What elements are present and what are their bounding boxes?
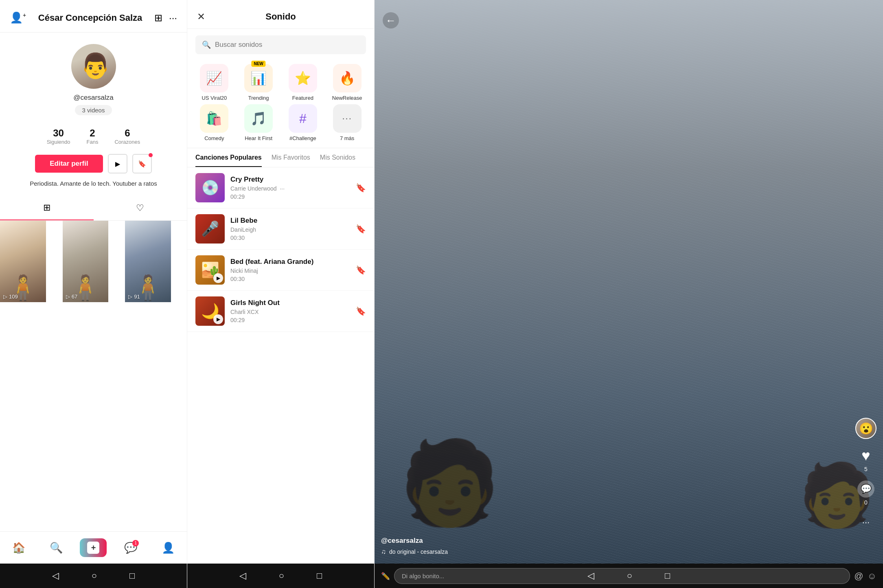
- song-item-bed[interactable]: 🏜️ ▶ Bed (feat. Ariana Grande) Nicki Min…: [187, 250, 374, 291]
- video-background: 🧑 🧑: [375, 0, 883, 564]
- android-nav-sound: ◁ ○ □: [187, 564, 374, 588]
- hearts-count: 6: [125, 127, 130, 139]
- song-duration-bed: 00:30: [230, 276, 350, 282]
- creator-avatar[interactable]: 😮: [855, 418, 876, 439]
- nav-search[interactable]: 🔍: [37, 536, 75, 559]
- comment-icon: 💬: [857, 480, 874, 498]
- category-comedy[interactable]: 🛍️ Comedy: [194, 104, 235, 141]
- notification-dot: [149, 153, 153, 157]
- song-info-girls-night-out: Girls Night Out Charli XCX 00:29: [230, 299, 350, 323]
- video-thumb-1[interactable]: 🧍 ▷ 109: [0, 221, 46, 302]
- play-icon-bed: ▶: [213, 273, 223, 283]
- category-challenge[interactable]: # #Challenge: [283, 104, 324, 141]
- song-info-lil-bebe: Lil Bebe DaniLeigh 00:30: [230, 217, 350, 241]
- search-icon: 🔍: [50, 542, 63, 554]
- bookmark-button[interactable]: 🔖: [132, 154, 152, 173]
- bookmark-lil-bebe[interactable]: 🔖: [356, 224, 366, 234]
- back-button[interactable]: ←: [383, 12, 399, 29]
- category-hear-it-first[interactable]: 🎵 Hear It First: [238, 104, 279, 141]
- song-duration-girls-night-out: 00:29: [230, 317, 350, 323]
- song-info-cry-pretty: Cry Pretty Carrie Underwood ··· 00:29: [230, 176, 350, 200]
- nav-inbox[interactable]: 💬1: [112, 536, 149, 559]
- bookmark-girls-night-out[interactable]: 🔖: [356, 306, 366, 316]
- tab-liked[interactable]: ♡: [94, 196, 187, 220]
- bookmark-icon: 🔖: [138, 160, 146, 168]
- comment-button[interactable]: 💬 0: [857, 480, 874, 506]
- video-panel: 🧑 🧑 ← 😮 ♥ 5 💬 0 ··· @cesarsalza ♫ do ori…: [375, 0, 883, 588]
- android-square[interactable]: □: [129, 570, 135, 581]
- category-trending[interactable]: 📊 NEW Trending: [238, 64, 279, 101]
- sound-title: Sonido: [265, 11, 296, 22]
- profile-header: 👤+ César Concepción Salza ⊞ ···: [0, 0, 187, 33]
- avatar-icon: 😮: [859, 422, 873, 435]
- android-back-sound[interactable]: ◁: [239, 570, 246, 581]
- song-item-lil-bebe[interactable]: 🎤 Lil Bebe DaniLeigh 00:30 🔖: [187, 208, 374, 250]
- category-more[interactable]: ··· 7 más: [326, 104, 368, 141]
- video-username: @cesarsalza: [381, 537, 448, 545]
- hearts-stat[interactable]: 6 Corazones: [114, 127, 140, 145]
- video-info: @cesarsalza ♫ do original - cesarsalza: [381, 537, 448, 555]
- android-back[interactable]: ◁: [52, 570, 59, 581]
- fans-label: Fans: [87, 139, 99, 145]
- profile-panel: 👤+ César Concepción Salza ⊞ ··· @cesarsa…: [0, 0, 187, 588]
- song-name-bed: Bed (feat. Ariana Grande): [230, 258, 350, 266]
- song-art-bed: 🏜️ ▶: [195, 255, 225, 285]
- video-grid: 🧍 ▷ 109 🧍 ▷ 67 🧍 ▷ 91: [0, 221, 187, 532]
- at-icon[interactable]: @: [854, 571, 863, 581]
- comment-input[interactable]: Di algo bonito...: [394, 568, 850, 584]
- android-home-sound[interactable]: ○: [279, 570, 284, 581]
- video-top-bar: ←: [375, 0, 883, 29]
- close-button[interactable]: ✕: [197, 11, 205, 22]
- video-count-3: ▷ 91: [128, 294, 140, 300]
- more-icon: ···: [862, 517, 870, 528]
- hear-it-first-icon: 🎵: [244, 104, 273, 133]
- nav-home[interactable]: 🏠: [0, 536, 37, 559]
- song-artist-cry-pretty: Carrie Underwood ···: [230, 185, 350, 192]
- video-thumb-2[interactable]: 🧍 ▷ 67: [63, 221, 109, 302]
- create-button[interactable]: +: [80, 538, 107, 557]
- music-info[interactable]: ♫ do original - cesarsalza: [381, 548, 448, 555]
- trending-icon: 📊: [244, 64, 273, 92]
- tab-favorites[interactable]: Mis Favoritos: [272, 154, 310, 167]
- edit-profile-button[interactable]: Editar perfil: [35, 155, 103, 173]
- emoji-icon[interactable]: ☺: [868, 571, 876, 581]
- youtube-button[interactable]: ▶: [108, 154, 127, 173]
- youtube-icon: ▶: [115, 160, 120, 168]
- nav-create[interactable]: +: [75, 536, 112, 559]
- bookmark-cry-pretty[interactable]: 🔖: [356, 183, 366, 193]
- more-icon[interactable]: ···: [169, 12, 177, 24]
- header-icons: ⊞ ···: [154, 12, 177, 24]
- profile-name: César Concepción Salza: [38, 13, 142, 23]
- search-bar[interactable]: 🔍: [195, 35, 366, 54]
- tab-popular[interactable]: Canciones Populares: [195, 154, 262, 167]
- android-home[interactable]: ○: [92, 570, 97, 581]
- tab-videos[interactable]: ⊞: [0, 196, 94, 220]
- fans-stat[interactable]: 2 Fans: [87, 127, 99, 145]
- nav-profile[interactable]: 👤: [149, 536, 187, 559]
- more-button[interactable]: ···: [857, 514, 874, 531]
- tab-my-sounds[interactable]: Mis Sonidos: [320, 154, 355, 167]
- comment-input-bar: ✏️ Di algo bonito... @ ☺: [375, 568, 883, 584]
- following-stat[interactable]: 30 Siguiendo: [47, 127, 70, 145]
- android-square-sound[interactable]: □: [317, 570, 322, 581]
- video-thumb-3[interactable]: 🧍 ▷ 91: [125, 221, 171, 302]
- song-item-girls-night-out[interactable]: 🌙 ▶ Girls Night Out Charli XCX 00:29 🔖: [187, 291, 374, 332]
- add-user-icon[interactable]: 👤+: [10, 11, 26, 24]
- category-us-viral[interactable]: 📈 US Viral20: [194, 64, 235, 101]
- search-input[interactable]: [215, 41, 359, 49]
- song-item-cry-pretty[interactable]: 💿 Cry Pretty Carrie Underwood ··· 00:29 …: [187, 167, 374, 208]
- song-artist-girls-night-out: Charli XCX: [230, 309, 350, 315]
- song-name-cry-pretty: Cry Pretty: [230, 176, 350, 184]
- song-info-bed: Bed (feat. Ariana Grande) Nicki Minaj 00…: [230, 258, 350, 282]
- qr-icon[interactable]: ⊞: [154, 12, 162, 24]
- category-featured[interactable]: ⭐ Featured: [283, 64, 324, 101]
- bio: Periodista. Amante de lo tech. Youtuber …: [0, 179, 187, 189]
- like-button[interactable]: ♥ 5: [861, 447, 870, 472]
- profile-icon: 👤: [162, 542, 175, 554]
- song-name-girls-night-out: Girls Night Out: [230, 299, 350, 307]
- challenge-icon: #: [289, 104, 317, 133]
- category-new-release[interactable]: 🔥 NewRelease: [326, 64, 368, 101]
- heart-icon: ♡: [136, 203, 144, 213]
- hearts-label: Corazones: [114, 139, 140, 145]
- bookmark-bed[interactable]: 🔖: [356, 265, 366, 275]
